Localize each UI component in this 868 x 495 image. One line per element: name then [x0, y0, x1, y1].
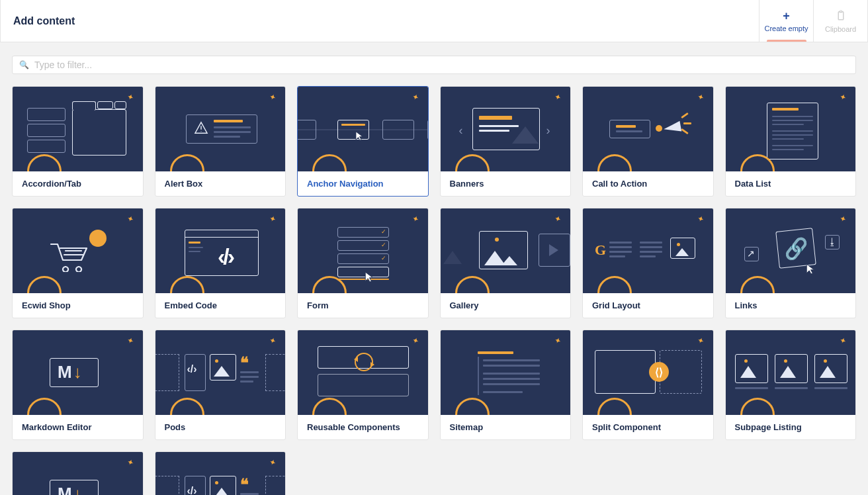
filter-input-container[interactable]: 🔍 [12, 56, 856, 74]
component-thumb: M↓ ✦ [13, 330, 143, 415]
component-card-extra-1[interactable]: M↓ ✦ [12, 451, 144, 495]
component-card-ecwid-shop[interactable]: ✦Ecwid Shop [12, 208, 144, 318]
component-card-form[interactable]: ✓✓✓ ✦Form [297, 208, 429, 318]
component-label: Accordion/Tab [13, 171, 143, 196]
component-grid: ✦Accordion/Tab ✦Alert Box ✦Anchor Naviga… [0, 74, 868, 495]
component-thumb: ✦ [298, 87, 428, 171]
component-card-subpage-listing[interactable]: ✦Subpage Listing [725, 330, 857, 440]
component-label: Anchor Navigation [298, 171, 428, 196]
decoration-arc [455, 398, 490, 415]
decoration-arc [170, 398, 204, 415]
component-thumb: ‹/› ❝ ✦ [155, 452, 286, 495]
pin-icon[interactable]: ✦ [411, 214, 421, 224]
component-card-accordion-tab[interactable]: ✦Accordion/Tab [12, 86, 144, 197]
decoration-arc [312, 398, 347, 415]
pin-icon[interactable]: ✦ [696, 214, 706, 224]
pin-icon[interactable]: ✦ [268, 92, 278, 102]
decoration-arc [170, 154, 204, 171]
filter-input[interactable] [34, 60, 849, 70]
decoration-arc [27, 154, 62, 171]
plus-icon: + [783, 10, 790, 22]
decoration-arc [27, 276, 62, 293]
component-card-extra-2[interactable]: ‹/› ❝ ✦ [155, 451, 286, 495]
component-label: Form [298, 293, 428, 318]
component-label: Reusable Components [298, 415, 428, 439]
header: Add content + Create empty Clipboard [0, 0, 868, 42]
component-label: Markdown Editor [13, 415, 143, 439]
decoration-arc [455, 276, 490, 293]
component-card-markdown-editor[interactable]: M↓ ✦Markdown Editor [12, 330, 144, 440]
pin-icon[interactable]: ✦ [696, 336, 706, 345]
component-label: Gallery [441, 293, 571, 318]
component-thumb: ✓✓✓ ✦ [298, 208, 428, 293]
pin-icon[interactable]: ✦ [126, 214, 136, 224]
decoration-arc [455, 154, 490, 171]
component-card-embed-code[interactable]: ‹/› ✦Embed Code [155, 208, 286, 318]
clipboard-icon [835, 9, 847, 22]
component-thumb: M↓ ✦ [13, 452, 143, 495]
pin-icon[interactable]: ✦ [268, 457, 278, 467]
create-empty-button[interactable]: + Create empty [759, 0, 813, 42]
pin-icon[interactable]: ✦ [553, 214, 563, 224]
component-card-banners[interactable]: ‹› ✦Banners [440, 86, 572, 197]
decoration-arc [740, 276, 775, 293]
clipboard-button[interactable]: Clipboard [813, 0, 867, 42]
pin-icon[interactable]: ✦ [268, 336, 278, 345]
create-empty-label: Create empty [764, 24, 808, 32]
component-thumb: ✦ [13, 208, 143, 293]
component-card-split-component[interactable]: ⟨⟩ ✦Split Component [582, 330, 714, 440]
component-thumb: ✦ [441, 330, 571, 415]
component-card-links[interactable]: ↗ ⭳ 🔗 ✦Links [725, 208, 857, 318]
component-label: Grid Layout [583, 293, 713, 318]
component-card-data-list[interactable]: ✦Data List [725, 86, 857, 197]
component-thumb: ✦ [583, 87, 713, 171]
component-thumb: ‹/› ❝ ✦ [155, 330, 286, 415]
component-label: Subpage Listing [726, 415, 856, 439]
component-label: Call to Action [583, 171, 713, 196]
component-card-anchor-navigation[interactable]: ✦Anchor Navigation [297, 86, 429, 197]
component-card-pods[interactable]: ‹/› ❝ ✦Pods [155, 330, 286, 440]
page-title: Add content [1, 15, 75, 27]
component-thumb: ✦ [441, 208, 571, 293]
pin-icon[interactable]: ✦ [838, 92, 848, 102]
component-thumb: ‹/› ✦ [155, 208, 286, 293]
component-thumb: ✦ [155, 87, 286, 171]
component-thumb: ‹› ✦ [441, 87, 571, 171]
component-thumb: ✦ [726, 330, 856, 415]
header-actions: + Create empty Clipboard [759, 0, 867, 42]
decoration-arc [170, 276, 204, 293]
component-card-alert-box[interactable]: ✦Alert Box [155, 86, 286, 197]
search-icon: 🔍 [19, 60, 29, 69]
pin-icon[interactable]: ✦ [411, 92, 421, 102]
decoration-arc [597, 398, 632, 415]
decoration-arc [597, 276, 632, 293]
pin-icon[interactable]: ✦ [553, 92, 563, 102]
pin-icon[interactable]: ✦ [126, 336, 136, 345]
pin-icon[interactable]: ✦ [126, 92, 136, 102]
decoration-arc [740, 398, 775, 415]
component-card-gallery[interactable]: ✦Gallery [440, 208, 572, 318]
component-card-call-to-action[interactable]: ✦Call to Action [582, 86, 714, 197]
component-label: Alert Box [155, 171, 286, 196]
pin-icon[interactable]: ✦ [553, 336, 563, 345]
pin-icon[interactable]: ✦ [838, 214, 848, 224]
component-label: Data List [726, 171, 856, 196]
pin-icon[interactable]: ✦ [411, 336, 421, 345]
pin-icon[interactable]: ✦ [696, 92, 706, 102]
component-thumb: ✦ [726, 87, 856, 171]
component-thumb: ✦ [298, 330, 428, 415]
clipboard-label: Clipboard [825, 25, 856, 33]
component-card-reusable-components[interactable]: ✦Reusable Components [297, 330, 429, 440]
decoration-arc [597, 154, 632, 171]
component-label: Split Component [583, 415, 713, 439]
component-label: Links [726, 293, 856, 318]
component-thumb: ⟨⟩ ✦ [583, 330, 713, 415]
pin-icon[interactable]: ✦ [838, 336, 848, 345]
component-card-grid-layout[interactable]: G ✦Grid Layout [582, 208, 714, 318]
component-thumb: ↗ ⭳ 🔗 ✦ [726, 208, 856, 293]
decoration-arc [27, 398, 62, 415]
component-label: Banners [441, 171, 571, 196]
component-card-sitemap[interactable]: ✦Sitemap [440, 330, 572, 440]
pin-icon[interactable]: ✦ [126, 457, 136, 467]
pin-icon[interactable]: ✦ [268, 214, 278, 224]
